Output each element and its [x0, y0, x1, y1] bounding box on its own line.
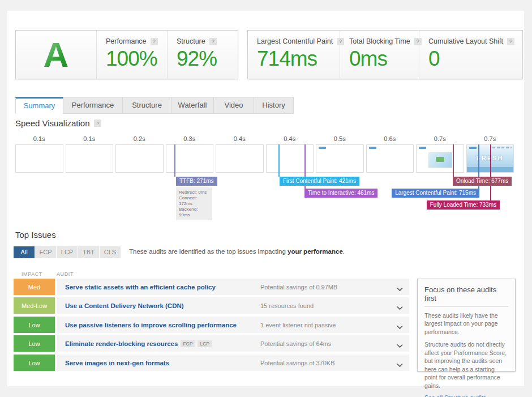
tab-waterfall[interactable]: Waterfall	[171, 97, 214, 114]
filmstrip-frame	[416, 144, 464, 173]
filmstrip: FRESH	[15, 144, 514, 173]
report-panel: A Performance? 100% Structure? 92% Large…	[7, 11, 524, 386]
ttfb-connect: Connect: 172ms	[179, 195, 209, 207]
gtmetrix-grade-cell: A	[16, 31, 97, 79]
filmstrip-frame	[366, 144, 414, 173]
onload-marker-line	[453, 144, 454, 177]
audit-detail: 1 event listener not passive	[260, 322, 336, 328]
site-logo-thumb	[419, 147, 426, 149]
audit-detail: Potential savings of 0.97MB	[260, 284, 337, 291]
impact-badge: Low	[14, 355, 55, 371]
filmstrip-time-labels: 0.1s 0.1s 0.2s 0.3s 0.4s 0.4s 0.5s 0.6s …	[15, 135, 514, 142]
audit-row-render-blocking[interactable]: Low Eliminate render-blocking resources …	[14, 335, 409, 352]
focus-box-paragraph-2: Structure audits do not directly affect …	[424, 340, 508, 390]
speed-visualization-heading: Speed Visualization ?	[15, 118, 101, 128]
ttfb-marker-line	[174, 144, 175, 177]
audit-title[interactable]: Serve images in next-gen formats	[65, 360, 169, 366]
chevron-down-icon[interactable]	[397, 360, 403, 364]
impact-badge: Low	[14, 335, 55, 352]
tab-summary[interactable]: Summary	[15, 97, 63, 114]
structure-score-cell: Structure? 92%	[168, 31, 238, 79]
filmstrip-frame	[115, 144, 164, 173]
chevron-down-icon[interactable]	[397, 322, 403, 326]
filmstrip-frame	[15, 144, 63, 173]
fcp-marker-line	[278, 144, 280, 177]
grade-letter: A	[44, 37, 69, 72]
performance-score-cell: Performance? 100%	[97, 31, 168, 79]
ttfb-redirect: Redirect: 0ms	[179, 190, 209, 195]
focus-box-paragraph-1: These audits likely have the largest imp…	[424, 311, 508, 336]
column-header-impact: IMPACT	[22, 271, 42, 277]
fcp-marker-label: First Contentful Paint: 421ms	[280, 177, 359, 186]
column-header-audit: AUDIT	[57, 271, 74, 277]
filmstrip-frame	[266, 144, 314, 173]
tab-performance[interactable]: Performance	[63, 97, 123, 114]
cls-cell: Cumulative Layout Shift? 0	[419, 31, 524, 79]
filter-cls[interactable]: CLS	[100, 246, 121, 258]
audit-detail: Potential savings of 370KB	[260, 360, 334, 366]
hero-image-thumb	[428, 152, 452, 168]
filmstrip-frame	[216, 144, 264, 173]
filmstrip-frame	[316, 144, 364, 173]
report-tabs: Summary Performance Structure Waterfall …	[15, 97, 294, 114]
tbt-label: Total Blocking Time	[349, 37, 410, 45]
help-icon[interactable]: ?	[94, 119, 101, 127]
ttfb-details-box: Redirect: 0ms Connect: 172ms Backend: 99…	[176, 187, 212, 220]
focus-box-title: Focus on these audits first	[424, 285, 508, 307]
audit-detail: Potential savings of 64ms	[260, 340, 331, 347]
lcp-value: 714ms	[257, 47, 331, 71]
tbt-value: 0ms	[349, 47, 410, 71]
ttfb-marker-label: TTFB: 271ms	[176, 177, 217, 186]
fully-loaded-marker-label: Fully Loaded Time: 733ms	[427, 200, 500, 210]
audit-title[interactable]: Serve static assets with an efficient ca…	[65, 284, 216, 291]
structure-label: Structure	[177, 37, 205, 45]
help-icon[interactable]: ?	[209, 38, 217, 45]
filter-all[interactable]: All	[14, 246, 35, 258]
top-issues-heading: Top Issues	[15, 230, 56, 240]
filmstrip-frame	[166, 144, 214, 173]
audit-row-passive-listeners[interactable]: Low Use passive listeners to improve scr…	[14, 317, 409, 333]
focus-audits-box: Focus on these audits first These audits…	[417, 279, 516, 372]
tti-marker-label: Time to Interactive: 461ms	[304, 189, 377, 198]
site-logo-thumb	[319, 147, 326, 149]
chevron-down-icon[interactable]	[397, 284, 403, 288]
see-all-structure-audits-link[interactable]: See all Structure audits	[424, 394, 486, 397]
filter-fcp[interactable]: FCP	[35, 246, 56, 258]
performance-value: 100%	[106, 47, 158, 71]
lcp-cell: Largest Contentful Paint? 714ms	[248, 31, 340, 79]
ttfb-backend: Backend: 99ms	[179, 207, 209, 218]
impact-badge: Low	[14, 317, 55, 333]
cls-value: 0	[428, 47, 514, 71]
lcp-label: Largest Contentful Paint	[257, 37, 333, 45]
grade-scorecard: A Performance? 100% Structure? 92%	[15, 30, 238, 79]
audit-row-nextgen-images[interactable]: Low Serve images in next-gen formats Pot…	[14, 355, 409, 371]
audit-title[interactable]: Use passive listeners to improve scrolli…	[65, 322, 237, 328]
site-logo-thumb	[369, 147, 376, 149]
fully-loaded-marker-line	[490, 144, 491, 200]
performance-label: Performance	[106, 37, 147, 45]
filters-description: These audits are identified as the top i…	[129, 248, 345, 255]
help-icon[interactable]: ?	[507, 38, 514, 45]
audit-title[interactable]: Use a Content Delivery Network (CDN)	[65, 302, 184, 309]
onload-marker-label: Onload Time: 677ms	[453, 177, 512, 186]
cls-label: Cumulative Layout Shift	[428, 37, 503, 45]
audit-row-cache-policy[interactable]: Med Serve static assets with an efficien…	[14, 279, 409, 295]
impact-badge: Med	[14, 279, 55, 295]
chevron-down-icon[interactable]	[397, 302, 403, 307]
filter-tbt[interactable]: TBT	[78, 246, 99, 258]
tag-lcp: LCP	[198, 340, 212, 347]
chevron-down-icon[interactable]	[397, 340, 403, 345]
site-logo-thumb	[469, 147, 477, 149]
filter-lcp[interactable]: LCP	[57, 246, 78, 258]
help-icon[interactable]: ?	[151, 38, 158, 45]
structure-value: 92%	[177, 47, 229, 71]
tab-video[interactable]: Video	[214, 97, 254, 114]
tbt-cell: Total Blocking Time? 0ms	[340, 31, 419, 79]
tab-structure[interactable]: Structure	[123, 97, 171, 114]
nav-links-thumb	[492, 147, 512, 148]
audit-row-cdn[interactable]: Med-Low Use a Content Delivery Network (…	[14, 297, 409, 314]
audit-title[interactable]: Eliminate render-blocking resources	[65, 340, 178, 347]
tab-history[interactable]: History	[254, 97, 294, 114]
web-vitals-scorecard: Largest Contentful Paint? 714ms Total Bl…	[247, 30, 523, 79]
filmstrip-frame	[66, 144, 114, 173]
